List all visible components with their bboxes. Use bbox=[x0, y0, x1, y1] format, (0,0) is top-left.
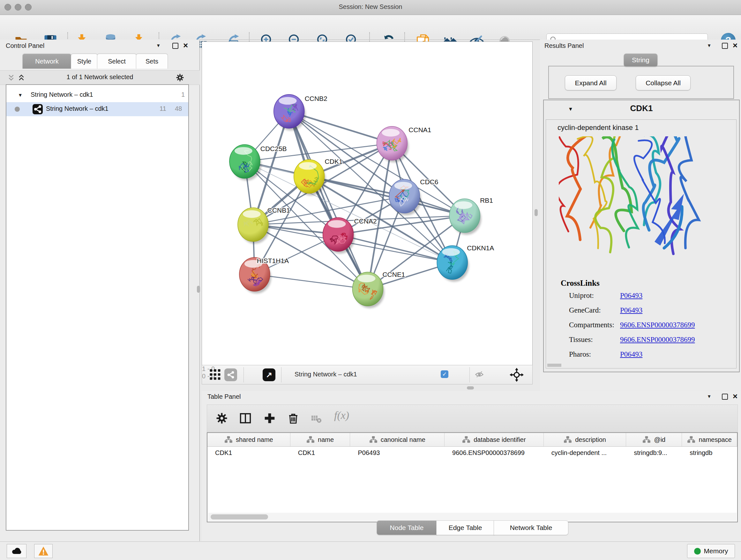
network-node-count: 11 bbox=[159, 105, 166, 112]
network-node-RB1[interactable]: RB1 bbox=[449, 197, 493, 235]
column-header-namespace[interactable]: namespace bbox=[682, 433, 737, 446]
network-node-CDC6[interactable]: CDC6 bbox=[389, 178, 438, 215]
control-panel-menu-icon[interactable]: ▾ bbox=[157, 42, 160, 49]
column-header-description[interactable]: description bbox=[544, 433, 626, 446]
network-node-CDKN1A[interactable]: CDKN1A bbox=[437, 244, 494, 282]
results-panel-menu-icon[interactable]: ▾ bbox=[708, 42, 711, 49]
tab-string[interactable]: String bbox=[624, 54, 657, 66]
collection-label: String Network – cdk1 bbox=[30, 91, 93, 98]
crosslink-value-link[interactable]: 9606.ENSP00000378699 bbox=[620, 335, 695, 344]
column-header-name[interactable]: name bbox=[290, 433, 350, 446]
bottom-splitter-handle[interactable] bbox=[467, 386, 474, 389]
crosslink-value-link[interactable]: P06493 bbox=[620, 350, 643, 359]
crosslink-value-link[interactable]: P06493 bbox=[620, 292, 643, 300]
strip-divider bbox=[244, 367, 244, 382]
crosslink-value-link[interactable]: 9606.ENSP00000378699 bbox=[620, 321, 695, 329]
column-header-database-identifier[interactable]: database identifier bbox=[445, 433, 544, 446]
crosslinks-section: CrossLinks Uniprot:P06493GeneCard:P06493… bbox=[561, 279, 695, 365]
protein-structure-image bbox=[559, 136, 705, 277]
control-panel-float-icon[interactable] bbox=[172, 43, 179, 49]
node-label-CDKN1A: CDKN1A bbox=[467, 244, 494, 252]
table-panel-menu-icon[interactable]: ▾ bbox=[708, 393, 711, 400]
warning-icon bbox=[38, 546, 49, 557]
tab-sets[interactable]: Sets bbox=[136, 54, 168, 69]
fit-selected-crosshair-icon[interactable] bbox=[510, 368, 524, 382]
network-row[interactable]: String Network – cdk1 11 48 bbox=[6, 102, 188, 116]
network-node-CCNE1[interactable]: CCNE1 bbox=[353, 271, 405, 308]
network-node-CCNA1[interactable]: CCNA1 bbox=[377, 126, 431, 163]
left-splitter-handle[interactable] bbox=[197, 286, 200, 293]
results-panel-close-icon[interactable]: × bbox=[733, 43, 738, 48]
table-toolbar: f(x) bbox=[207, 405, 738, 432]
node-label-CCNA2: CCNA2 bbox=[354, 217, 377, 225]
node-label-CDC25B: CDC25B bbox=[260, 145, 287, 152]
birdseye-grid-icon[interactable] bbox=[209, 368, 221, 381]
network-node-CCNB2[interactable]: CCNB2 bbox=[274, 95, 327, 131]
table-cell: 9606.ENSP00000378699 bbox=[445, 447, 544, 460]
scrollbar-thumb[interactable] bbox=[211, 514, 268, 519]
main-toolbar: ? bbox=[0, 15, 741, 40]
table-horizontal-scrollbar[interactable] bbox=[208, 513, 737, 521]
tab-style[interactable]: Style bbox=[71, 54, 98, 69]
network-view-toolbar: ↗ String Network – cdk1 ✓ 1 - 0 0 - 0 bbox=[202, 365, 533, 384]
crosslink-row: GeneCard:P06493 bbox=[561, 306, 695, 321]
network-canvas[interactable]: CCNB2CCNA1CDC25BCDK1CDC6RB1CCNB1CCNA2CDK… bbox=[202, 42, 533, 365]
selected-checkbox-icon[interactable]: ✓ bbox=[441, 370, 448, 378]
results-scroll-nub[interactable] bbox=[547, 364, 561, 367]
tab-select[interactable]: Select bbox=[97, 54, 137, 69]
crosslink-row: Uniprot:P06493 bbox=[561, 292, 695, 306]
table-cell: P06493 bbox=[350, 447, 445, 460]
tab-edge-table[interactable]: Edge Table bbox=[436, 520, 494, 535]
column-header-canonical-name[interactable]: canonical name bbox=[350, 433, 445, 446]
hidden-eye-slash-icon[interactable] bbox=[474, 370, 485, 379]
memory-button[interactable]: Memory bbox=[687, 544, 735, 558]
control-panel: Control Panel ▾ × NetworkStyleSelectSets… bbox=[0, 40, 200, 541]
string-share-icon[interactable] bbox=[224, 368, 237, 381]
network-options-gear-icon[interactable] bbox=[176, 73, 185, 82]
edge-HIST1H1A-CCNE1[interactable] bbox=[255, 274, 368, 289]
cytoscape-window: Session: New Session ? Control Panel ▾ ×… bbox=[0, 0, 741, 560]
function-builder-icon: f(x) bbox=[334, 409, 347, 422]
tab-network-table[interactable]: Network Table bbox=[494, 520, 568, 535]
protein-description: cyclin-dependent kinase 1 bbox=[557, 124, 638, 132]
results-panel-float-icon[interactable] bbox=[722, 43, 728, 49]
table-row[interactable]: CDK1CDK1P064939606.ENSP00000378699cyclin… bbox=[207, 447, 737, 460]
right-splitter-handle[interactable] bbox=[535, 209, 538, 216]
results-controls-box: Expand All Collapse All bbox=[548, 66, 734, 99]
table-panel-float-icon[interactable] bbox=[722, 394, 728, 400]
delete-column-trash-icon[interactable] bbox=[287, 412, 300, 425]
protein-section: ▼ CDK1 cyclin-dependent kinase 1 CrossLi… bbox=[543, 100, 740, 372]
node-label-HIST1H1A: HIST1H1A bbox=[257, 257, 289, 264]
warnings-button[interactable] bbox=[34, 544, 53, 558]
cloud-button[interactable] bbox=[7, 544, 26, 558]
table-panel-close-icon[interactable]: × bbox=[733, 393, 738, 399]
protein-detail-box: cyclin-dependent kinase 1 CrossLinks Uni… bbox=[546, 119, 737, 368]
table-gear-icon[interactable] bbox=[215, 412, 228, 425]
collapse-all-button[interactable]: Collapse All bbox=[636, 75, 690, 90]
column-header--id[interactable]: @id bbox=[626, 433, 682, 446]
expand-all-button[interactable]: Expand All bbox=[565, 75, 616, 90]
table-cell: cyclin-dependent ... bbox=[544, 447, 626, 460]
network-list: ▼ String Network – cdk1 1 String Network… bbox=[6, 84, 189, 531]
table-cell: CDK1 bbox=[207, 447, 290, 460]
network-list-header: 1 of 1 Network selected bbox=[0, 70, 200, 85]
control-panel-close-icon[interactable]: × bbox=[183, 43, 188, 48]
column-header-shared-name[interactable]: shared name bbox=[207, 433, 290, 446]
network-selection-status: 1 of 1 Network selected bbox=[0, 73, 200, 81]
crosslink-label: Tissues: bbox=[561, 335, 620, 344]
network-row-label: String Network – cdk1 bbox=[46, 105, 109, 112]
memory-label: Memory bbox=[704, 547, 728, 555]
collection-caret-icon[interactable]: ▼ bbox=[18, 92, 23, 98]
tab-network[interactable]: Network bbox=[22, 54, 71, 69]
network-node-HIST1H1A[interactable]: HIST1H1A bbox=[239, 257, 289, 294]
network-collection-row[interactable]: ▼ String Network – cdk1 1 bbox=[6, 88, 188, 102]
open-in-window-icon[interactable]: ↗ bbox=[263, 368, 275, 381]
crosslink-value-link[interactable]: P06493 bbox=[620, 306, 643, 314]
add-column-icon[interactable] bbox=[263, 412, 276, 425]
show-columns-icon[interactable] bbox=[239, 412, 252, 425]
tab-node-table[interactable]: Node Table bbox=[377, 520, 437, 535]
node-label-CCNB2: CCNB2 bbox=[305, 95, 327, 102]
table-panel: Table Panel ▾ × f(x) shared namenamecano… bbox=[202, 391, 741, 541]
network-node-CCNA2[interactable]: CCNA2 bbox=[323, 217, 377, 253]
edge-CCNB2-CCNE1[interactable] bbox=[289, 111, 368, 289]
